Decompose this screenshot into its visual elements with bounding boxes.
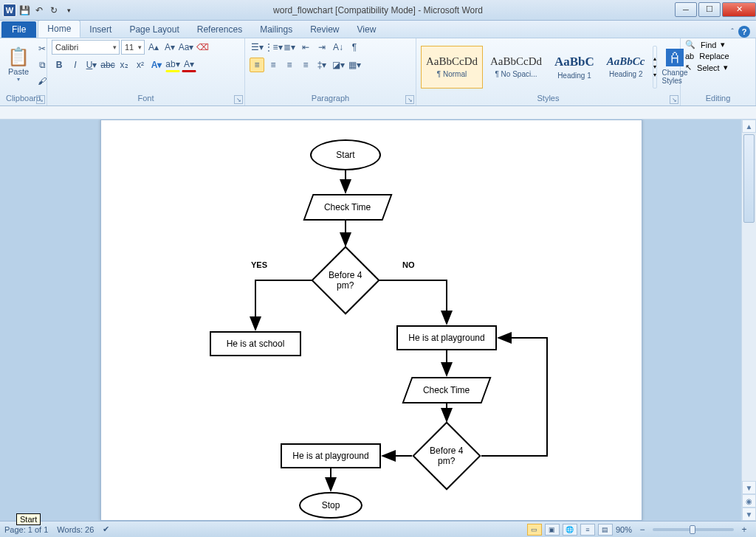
view-outline-icon[interactable]: ≡ (580, 524, 595, 536)
paste-icon: 📋 (7, 48, 30, 66)
increase-indent-icon[interactable]: ⇥ (315, 40, 329, 55)
multilevel-icon[interactable]: ≣▾ (282, 40, 297, 55)
zoom-in-icon[interactable]: + (737, 522, 752, 537)
status-page[interactable]: Page: 1 of 1 (4, 525, 48, 534)
change-case-icon[interactable]: Aa▾ (179, 40, 193, 55)
tab-mailings[interactable]: Mailings (251, 21, 301, 38)
paste-button[interactable]: 📋 Paste ▾ (4, 40, 32, 90)
find-button[interactable]: 🔍 Find ▾ (685, 40, 729, 49)
select-icon: ↖ (685, 63, 692, 72)
minimize-ribbon-icon[interactable]: ˆ (731, 27, 734, 36)
align-right-icon[interactable]: ≡ (282, 58, 297, 72)
vertical-scrollbar[interactable]: ▲ ▼ ◉ ▼ (741, 119, 756, 521)
font-name-combo[interactable]: Calibri (52, 40, 120, 55)
save-icon[interactable]: 💾 (18, 4, 31, 17)
browse-prev-icon[interactable]: ◉ (742, 494, 756, 507)
strikethrough-icon[interactable]: abc (100, 58, 115, 72)
select-button[interactable]: ↖ Select ▾ (685, 63, 729, 72)
borders-icon[interactable]: ▦▾ (347, 58, 362, 72)
maximize-button[interactable]: ☐ (698, 2, 721, 17)
ribbon-tabs: File Home Insert Page Layout References … (0, 21, 756, 38)
document-area: Start Check Time Before 4 pm? YES NO He … (0, 119, 741, 521)
text-effects-icon[interactable]: A▾ (149, 58, 164, 72)
tab-insert[interactable]: Insert (80, 21, 120, 38)
style-normal[interactable]: AaBbCcDd ¶ Normal (421, 46, 483, 89)
font-launcher-icon[interactable]: ↘ (234, 95, 243, 104)
decrease-indent-icon[interactable]: ⇤ (298, 40, 313, 55)
style-heading-1[interactable]: AaBbC Heading 1 (549, 46, 599, 89)
font-color-icon[interactable]: A▾ (182, 58, 196, 72)
qat-menu-icon[interactable]: ▾ (62, 4, 75, 17)
clipboard-launcher-icon[interactable]: ↘ (36, 95, 45, 104)
view-full-screen-icon[interactable]: ▣ (545, 524, 560, 536)
shrink-font-icon[interactable]: A▾ (162, 40, 177, 55)
align-left-icon[interactable]: ≡ (250, 58, 264, 72)
bullets-icon[interactable]: ☰▾ (250, 40, 264, 55)
scroll-thumb[interactable] (743, 134, 755, 223)
subscript-icon[interactable]: x₂ (117, 58, 131, 72)
find-icon: 🔍 (685, 40, 695, 49)
tab-home[interactable]: Home (38, 20, 80, 38)
superscript-icon[interactable]: x² (133, 58, 148, 72)
group-styles: AaBbCcDd ¶ Normal AaBbCcDd ¶ No Spaci...… (416, 38, 681, 105)
shading-icon[interactable]: ◪▾ (331, 58, 346, 72)
numbering-icon[interactable]: ⋮≡▾ (266, 40, 281, 55)
underline-icon[interactable]: U▾ (84, 58, 99, 72)
tab-view[interactable]: View (348, 21, 385, 38)
zoom-level[interactable]: 90% (616, 525, 632, 534)
align-center-icon[interactable]: ≡ (266, 58, 281, 72)
tab-review[interactable]: Review (301, 21, 348, 38)
replace-button[interactable]: ab Replace (685, 52, 729, 60)
zoom-thumb[interactable] (690, 525, 695, 534)
styles-gallery-more[interactable]: ▴▾▾ (653, 46, 657, 89)
group-paragraph: ☰▾ ⋮≡▾ ≣▾ ⇤ ⇥ A↓ ¶ ≡ ≡ ≡ ≡ ‡▾ ◪▾ ▦▾ (245, 38, 416, 105)
style-heading-2[interactable]: AaBbCc Heading 2 (602, 46, 650, 89)
show-marks-icon[interactable]: ¶ (347, 40, 362, 55)
clear-formatting-icon[interactable]: ⌫ (195, 40, 210, 55)
view-draft-icon[interactable]: ▤ (598, 524, 613, 536)
view-web-icon[interactable]: 🌐 (563, 524, 577, 536)
browse-next-icon[interactable]: ▼ (742, 507, 756, 521)
window-controls: ─ ☐ ✕ (673, 2, 756, 18)
close-button[interactable]: ✕ (722, 2, 756, 17)
scroll-up-icon[interactable]: ▲ (742, 119, 756, 133)
redo-icon[interactable]: ↻ (47, 4, 61, 17)
zoom-out-icon[interactable]: − (635, 522, 650, 537)
status-words[interactable]: Words: 26 (57, 525, 94, 534)
sort-icon[interactable]: A↓ (331, 40, 346, 55)
highlight-icon[interactable]: ab▾ (165, 58, 180, 72)
word-app-icon: W (3, 4, 16, 17)
title-bar: W 💾 ↶ ↻ ▾ word_flowchart [Compatibility … (0, 0, 756, 21)
line-spacing-icon[interactable]: ‡▾ (315, 58, 329, 72)
quick-access-toolbar: W 💾 ↶ ↻ ▾ (0, 4, 75, 17)
status-proof-icon[interactable]: ✔ (103, 524, 109, 534)
undo-icon[interactable]: ↶ (32, 4, 46, 17)
tab-references[interactable]: References (188, 21, 251, 38)
replace-icon: ab (685, 52, 694, 60)
tab-file[interactable]: File (1, 21, 36, 38)
zoom-slider[interactable] (653, 528, 734, 531)
window-title: word_flowchart [Compatibility Mode] - Mi… (273, 5, 483, 15)
group-font: Calibri 11 A▴ A▾ Aa▾ ⌫ B I U▾ abc x₂ x² … (47, 38, 245, 105)
flow-connectors (101, 120, 642, 520)
horizontal-ruler[interactable] (0, 106, 756, 119)
ribbon: 📋 Paste ▾ ✂ ⧉ 🖌 Clipboard ↘ Calibri 11 A… (0, 38, 756, 106)
bold-icon[interactable]: B (52, 58, 66, 72)
scroll-down-icon[interactable]: ▼ (742, 481, 756, 494)
scroll-track[interactable] (742, 133, 756, 481)
taskbar-start-tooltip: Start (16, 513, 41, 525)
group-editing: 🔍 Find ▾ ab Replace ↖ Select ▾ Editing (681, 38, 756, 105)
group-clipboard: 📋 Paste ▾ ✂ ⧉ 🖌 Clipboard ↘ (0, 38, 47, 105)
tab-page-layout[interactable]: Page Layout (120, 21, 188, 38)
styles-launcher-icon[interactable]: ↘ (670, 95, 678, 104)
minimize-button[interactable]: ─ (675, 2, 697, 17)
help-icon[interactable]: ? (738, 26, 750, 38)
view-print-layout-icon[interactable]: ▭ (527, 524, 542, 536)
grow-font-icon[interactable]: A▴ (146, 40, 161, 55)
paragraph-launcher-icon[interactable]: ↘ (405, 95, 414, 104)
justify-icon[interactable]: ≡ (298, 58, 313, 72)
style-no-spacing[interactable]: AaBbCcDd ¶ No Spaci... (485, 46, 547, 89)
italic-icon[interactable]: I (68, 58, 83, 72)
document-page[interactable]: Start Check Time Before 4 pm? YES NO He … (100, 119, 642, 521)
font-size-combo[interactable]: 11 (121, 40, 145, 55)
